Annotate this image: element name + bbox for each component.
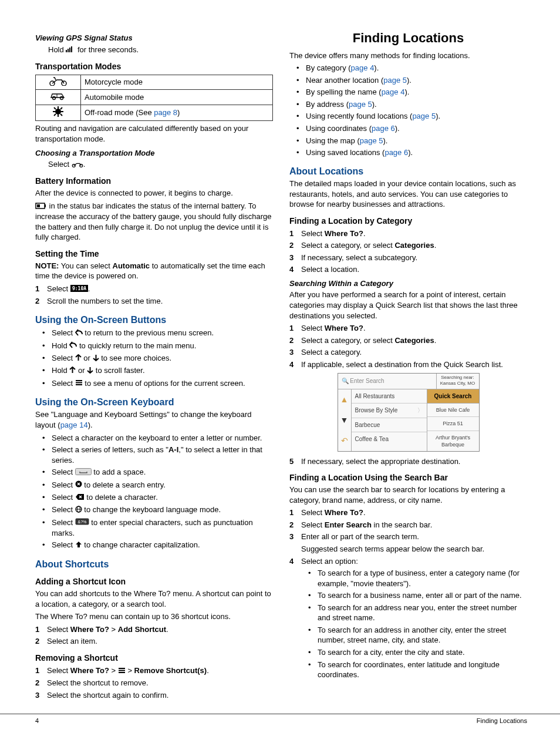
ui-searching-near: Searching near:Kansas City, MO xyxy=(437,374,479,389)
page-14-link[interactable]: page 14 xyxy=(60,421,88,429)
svg-line-15 xyxy=(60,114,62,116)
up-arrow-icon xyxy=(69,366,76,376)
search-within-category-heading: Searching Within a Category xyxy=(289,278,527,289)
clear-circle-icon xyxy=(75,480,82,490)
gps-step: Hold for three seconds. xyxy=(35,45,273,55)
add-shortcut-p1: You can add shortcuts to the Where To? m… xyxy=(35,589,273,609)
backspace-icon xyxy=(75,493,85,503)
find-by-category-heading: Finding a Location by Category xyxy=(289,216,527,227)
remove-shortcut-heading: Removing a Shortcut xyxy=(35,653,273,664)
svg-line-14 xyxy=(54,107,56,109)
svg-rect-0 xyxy=(66,50,67,52)
choose-mode-heading: Choosing a Transportation Mode xyxy=(35,148,273,159)
globe-icon xyxy=(75,505,82,516)
fl-list: By category (page 4). Near another locat… xyxy=(289,63,527,157)
page-link[interactable]: page 5 xyxy=(349,100,372,109)
find-search-bar-heading: Finding a Location Using the Search Bar xyxy=(289,472,527,483)
about-locations-heading: About Locations xyxy=(289,165,527,178)
transport-modes-heading: Transportation Modes xyxy=(35,61,273,72)
clock-display-icon: 9:10A xyxy=(70,284,88,295)
page-link[interactable]: page 4 xyxy=(351,63,375,72)
shortcuts-heading: About Shortcuts xyxy=(35,558,273,571)
quick-search-screenshot: 🔍 Enter Search Searching near:Kansas Cit… xyxy=(338,373,480,452)
osk-list: Select a character on the keyboard to en… xyxy=(35,433,273,551)
flsb-options: To search for a type of business, enter … xyxy=(301,568,527,680)
swc-p: After you have performed a search for a … xyxy=(289,290,527,321)
transport-modes-table: Motorcycle mode Automobile mode Off-road… xyxy=(35,75,273,122)
up-arrow-icon: ▲ xyxy=(340,394,349,405)
special-chars-icon: &?% xyxy=(75,517,89,528)
chevron-right-icon: 〉 xyxy=(417,406,423,415)
shift-icon xyxy=(75,540,82,551)
offroad-icon xyxy=(53,106,63,119)
onscreen-buttons-list: Select to return to the previous menu sc… xyxy=(35,328,273,389)
page-footer: 4 Finding Locations xyxy=(0,714,560,731)
svg-text:&?%: &?% xyxy=(77,520,86,524)
motorcycle-icon xyxy=(72,160,83,170)
battery-p1: After the device is connected to power, … xyxy=(35,188,273,199)
ui-quick-search: Quick Search Blue Nile Cafe Pizza 51 Art… xyxy=(427,389,479,451)
left-column: Viewing GPS Signal Status Hold for three… xyxy=(35,29,273,702)
swc-steps-cont: If necessary, select the appropriate des… xyxy=(289,456,527,467)
spacebar-icon xyxy=(75,468,92,478)
svg-rect-21 xyxy=(45,204,46,207)
ui-nav-arrows: ▲ ▼ ↶ xyxy=(338,389,352,451)
page-8-link[interactable]: page 8 xyxy=(154,108,177,117)
right-column: Finding Locations The device offers many… xyxy=(289,29,527,702)
add-shortcut-p2: The Where To? menu can contain up to 36 … xyxy=(35,611,273,622)
back-arrow-icon: ↶ xyxy=(341,435,348,446)
battery-heading: Battery Information xyxy=(35,176,273,187)
svg-line-16 xyxy=(54,114,56,116)
transport-note: Routing and navigation are calculated di… xyxy=(35,123,273,144)
battery-p2: in the status bar indicates the status o… xyxy=(35,201,273,243)
svg-rect-3 xyxy=(71,46,72,52)
flsb-steps: Select Where To?. Select Enter Search in… xyxy=(289,507,527,680)
svg-point-9 xyxy=(55,109,61,115)
onscreen-buttons-heading: Using the On-Screen Buttons xyxy=(35,314,273,327)
search-icon: 🔍 xyxy=(342,378,350,384)
svg-rect-28 xyxy=(75,468,91,475)
page-link[interactable]: page 5 xyxy=(360,136,383,145)
menu-bars-icon xyxy=(75,378,83,389)
table-row: Motorcycle mode xyxy=(36,75,273,90)
page-link[interactable]: page 4 xyxy=(382,88,405,96)
gps-heading: Viewing GPS Signal Status xyxy=(35,33,273,43)
down-arrow-icon xyxy=(87,366,93,376)
page-number: 4 xyxy=(35,717,39,725)
time-heading: Setting the Time xyxy=(35,248,273,260)
svg-rect-1 xyxy=(68,49,69,52)
time-steps: Select 9:10A. Scroll the numbers to set … xyxy=(35,284,273,307)
motorcycle-icon xyxy=(49,76,68,88)
swc-steps: Select Where To?. Select a category, or … xyxy=(289,323,527,369)
find-by-category-steps: Select Where To?. Select a category, or … xyxy=(289,228,527,275)
ui-search-field: 🔍 Enter Search xyxy=(338,374,437,389)
signal-bars-icon xyxy=(66,45,75,55)
down-arrow-icon xyxy=(93,354,99,364)
choose-mode-step: Select . xyxy=(35,159,273,170)
remove-shortcut-steps: Select Where To? > > Remove Shortcut(s).… xyxy=(35,665,273,700)
automobile-icon xyxy=(49,91,68,102)
page-link[interactable]: page 5 xyxy=(412,112,436,120)
ui-category-list: All Restaurants Browse By Style〉 Barbecu… xyxy=(352,389,427,451)
down-arrow-icon: ▼ xyxy=(340,415,349,426)
table-row: Automobile mode xyxy=(36,90,273,105)
osk-intro: See "Language and Keyboard Settings" to … xyxy=(35,409,273,430)
svg-point-7 xyxy=(60,97,63,100)
about-locations-p: The detailed maps loaded in your device … xyxy=(289,179,527,210)
fl-intro: The device offers many methods for findi… xyxy=(289,51,527,61)
svg-rect-22 xyxy=(37,204,40,207)
page-link[interactable]: page 6 xyxy=(384,148,408,157)
page-link[interactable]: page 6 xyxy=(372,124,395,133)
add-shortcut-steps: Select Where To? > Add Shortcut. Select … xyxy=(35,624,273,647)
time-note: NOTE: You can select Automatic to automa… xyxy=(35,261,273,281)
svg-line-17 xyxy=(60,107,62,109)
up-arrow-icon xyxy=(75,354,82,364)
back-arrow-icon xyxy=(75,328,83,339)
battery-icon xyxy=(35,201,47,212)
page-link[interactable]: page 5 xyxy=(383,76,407,85)
svg-text:9:10A: 9:10A xyxy=(72,286,86,291)
add-shortcut-heading: Adding a Shortcut Icon xyxy=(35,576,273,587)
onscreen-keyboard-heading: Using the On-Screen Keyboard xyxy=(35,396,273,409)
back-arrow-icon xyxy=(69,341,77,351)
svg-point-6 xyxy=(53,97,56,100)
